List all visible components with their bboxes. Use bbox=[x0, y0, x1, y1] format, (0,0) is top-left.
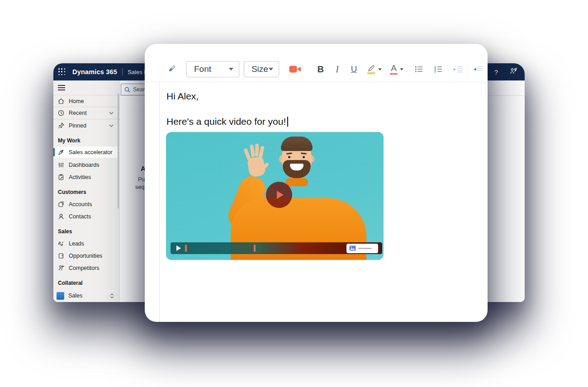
bullet-list-button[interactable] bbox=[414, 66, 423, 73]
man-finger bbox=[250, 145, 255, 158]
person-icon bbox=[57, 213, 65, 220]
man-finger bbox=[255, 144, 259, 156]
occluded-text-fragment-1: Pu bbox=[138, 176, 145, 183]
leads-icon bbox=[57, 240, 65, 247]
man-eye bbox=[303, 156, 305, 158]
outdent-icon bbox=[453, 66, 463, 73]
sidebar-scrollbar[interactable] bbox=[118, 93, 119, 208]
brand-title: Dynamics 365 bbox=[72, 68, 117, 76]
chevron-down-icon bbox=[108, 112, 115, 114]
indent-icon bbox=[473, 66, 483, 73]
insert-video-button[interactable] bbox=[289, 65, 301, 73]
italic-button[interactable]: I bbox=[332, 64, 342, 75]
timeline-marker[interactable] bbox=[254, 245, 256, 252]
sidebar-item-pinned[interactable]: Pinned bbox=[53, 119, 119, 132]
clipboard-icon bbox=[57, 174, 65, 181]
highlight-color-button[interactable] bbox=[367, 64, 376, 74]
sidebar-item-dashboards[interactable]: Dashboards bbox=[53, 159, 119, 171]
chevron-down-icon[interactable] bbox=[400, 68, 403, 71]
video-thumbnail[interactable] bbox=[166, 132, 384, 260]
player-play-icon[interactable] bbox=[176, 245, 181, 251]
numbered-list-button[interactable] bbox=[434, 66, 442, 73]
timeline-marker[interactable] bbox=[185, 245, 187, 252]
format-painter-icon bbox=[166, 64, 176, 74]
home-icon bbox=[57, 98, 65, 105]
font-family-dropdown[interactable]: Font bbox=[186, 61, 239, 77]
sidebar-item-contacts[interactable]: Contacts bbox=[53, 210, 119, 222]
feedback-icon[interactable] bbox=[510, 68, 517, 76]
video-camera-icon bbox=[289, 65, 301, 73]
increase-indent-button[interactable] bbox=[473, 66, 483, 73]
topbar-divider bbox=[122, 68, 123, 76]
image-icon bbox=[349, 245, 356, 251]
man-eye bbox=[288, 156, 290, 158]
area-icon bbox=[57, 292, 64, 300]
section-header-sales: Sales bbox=[53, 228, 119, 235]
highlighter-icon bbox=[367, 64, 376, 71]
play-icon bbox=[277, 191, 284, 199]
chevron-down-icon bbox=[269, 68, 273, 71]
section-header-my-work: My Work bbox=[53, 137, 119, 144]
chevron-down-icon bbox=[229, 68, 233, 71]
sidebar-item-opportunities[interactable]: Opportunities bbox=[53, 250, 119, 262]
sweater-collar bbox=[285, 178, 308, 186]
sidebar-item-competitors[interactable]: Competitors bbox=[53, 262, 119, 274]
occluded-text-fragment-2: seq bbox=[135, 184, 144, 190]
pin-icon bbox=[57, 122, 65, 129]
help-icon[interactable]: ? bbox=[494, 68, 498, 76]
email-text-line-2: Here's a quick video for you! bbox=[166, 116, 488, 127]
section-header-collateral: Collateral bbox=[53, 280, 119, 286]
text-cursor bbox=[287, 117, 288, 127]
clock-icon bbox=[57, 109, 65, 117]
font-color-button[interactable]: A bbox=[390, 64, 398, 75]
decrease-indent-button[interactable] bbox=[453, 66, 463, 73]
sidebar-item-accounts[interactable]: Accounts bbox=[53, 198, 119, 210]
editor-toolbar: Font Size B I U bbox=[145, 44, 488, 82]
highlight-color-bar bbox=[367, 72, 375, 74]
email-editor-card: Font Size B I U bbox=[145, 44, 488, 322]
video-progress-bar[interactable] bbox=[171, 242, 382, 254]
format-painter-button[interactable] bbox=[166, 64, 176, 74]
font-color-bar bbox=[390, 73, 398, 75]
rocket-icon bbox=[57, 149, 65, 156]
bullet-list-icon bbox=[414, 66, 423, 73]
sidebar-item-recent[interactable]: Recent bbox=[53, 107, 119, 119]
sidebar-item-sales-accelerator[interactable]: Sales accelerator bbox=[53, 146, 119, 158]
page: Dynamics 365 Sales Hub ? Home bbox=[0, 0, 588, 387]
chevron-down-icon[interactable] bbox=[378, 68, 382, 71]
waffle-icon[interactable] bbox=[58, 68, 66, 76]
sidebar-item-home[interactable]: Home bbox=[53, 95, 119, 107]
area-switch-chevrons-icon bbox=[110, 293, 114, 298]
accounts-icon bbox=[57, 201, 65, 208]
hamburger-menu-icon[interactable] bbox=[58, 85, 65, 90]
man-hair bbox=[281, 137, 313, 151]
sidebar: Home Recent Pinned My Work Sales acceler… bbox=[53, 80, 120, 302]
sidebar-item-leads[interactable]: Leads bbox=[53, 237, 119, 250]
sidebar-item-activities[interactable]: Activities bbox=[53, 171, 119, 183]
opportunity-icon bbox=[57, 252, 65, 260]
thumbnail-chip[interactable] bbox=[346, 244, 378, 253]
thumbnail-chip-text-placeholder bbox=[358, 248, 372, 249]
chevron-down-icon bbox=[108, 124, 115, 127]
section-header-customers: Customers bbox=[53, 189, 119, 195]
search-icon bbox=[124, 87, 130, 93]
underline-button[interactable]: U bbox=[349, 64, 359, 74]
play-button[interactable] bbox=[266, 182, 292, 208]
competitors-icon bbox=[57, 264, 65, 272]
numbered-list-icon bbox=[434, 66, 442, 73]
font-size-dropdown[interactable]: Size bbox=[244, 61, 279, 77]
email-text-line-1: Hi Alex, bbox=[166, 91, 488, 102]
area-switcher[interactable]: Sales bbox=[53, 289, 119, 302]
gauge-icon bbox=[57, 161, 65, 169]
bold-button[interactable]: B bbox=[316, 64, 325, 75]
